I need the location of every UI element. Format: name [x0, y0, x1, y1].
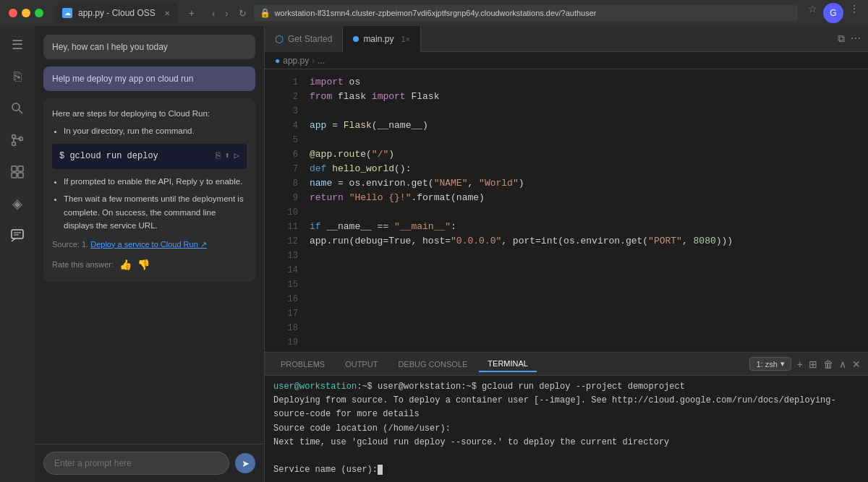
tab-title: app.py - Cloud OSS	[78, 8, 156, 18]
tab-main-py[interactable]: main.py 1×	[343, 26, 421, 52]
search-icon[interactable]	[4, 95, 30, 121]
sidebar-toggle-icon[interactable]: ☰	[4, 32, 30, 58]
url-bar[interactable]: 🔒 workstation-lf31smn4.cluster-zpbeimon7…	[254, 5, 798, 21]
response-steps: In your directory, run the command.	[52, 124, 247, 137]
code-line: 3	[265, 104, 868, 119]
tab-terminal[interactable]: TERMINAL	[479, 356, 537, 372]
close-panel-icon[interactable]: ✕	[852, 358, 861, 370]
code-line: 10	[265, 205, 868, 220]
svg-rect-8	[12, 173, 17, 178]
tab-close-icon[interactable]: 1×	[401, 35, 410, 43]
shell-label: 1: zsh	[756, 360, 777, 369]
code-editor[interactable]: 1import os2from flask import Flask3 4app…	[265, 69, 868, 352]
extensions-icon[interactable]	[4, 159, 30, 185]
svg-line-1	[19, 110, 22, 113]
tab-problems[interactable]: PROBLEMS	[272, 357, 333, 371]
breadcrumb: ● app.py › ...	[265, 52, 868, 69]
user-message: Help me deploy my app on cloud run	[43, 66, 255, 91]
code-line: 18	[265, 321, 868, 335]
thumbs-down-icon[interactable]: 👎	[137, 257, 150, 272]
chat-icon[interactable]	[4, 223, 30, 249]
more-actions-icon[interactable]: ⋯	[851, 33, 861, 45]
source-link[interactable]: Deploy a service to Cloud Run ↗	[90, 240, 207, 249]
copy-icon[interactable]: ⎘	[216, 150, 221, 163]
reload-button[interactable]: ↻	[236, 7, 250, 20]
code-line: 8 name = os.environ.get("NAME", "World")	[265, 176, 868, 191]
code-line: 15	[265, 277, 868, 292]
terminal-content: user@workstation:~$ user@workstation:~$ …	[265, 376, 868, 482]
response-title: Here are steps for deploying to Cloud Ru…	[52, 107, 247, 120]
delete-terminal-icon[interactable]: 🗑	[823, 358, 833, 370]
split-editor-icon[interactable]: ⧉	[838, 33, 845, 45]
terminal-line-2: Deploying from source. To deploy a conta…	[273, 394, 859, 421]
terminal-prompt: :~$	[357, 382, 378, 392]
tab-debug-console[interactable]: DEBUG CONSOLE	[389, 357, 476, 371]
breadcrumb-rest: ...	[318, 56, 325, 66]
step-3: Then wait a few moments until the deploy…	[64, 192, 247, 232]
code-line: 2from flask import Flask	[265, 90, 868, 104]
breadcrumb-sep: ›	[312, 56, 315, 66]
minimize-button[interactable]	[22, 9, 30, 17]
chat-input-area: ➤	[35, 444, 264, 482]
bookmark-icon[interactable]: ☆	[808, 3, 817, 23]
profile-avatar[interactable]: G	[823, 3, 843, 23]
code-line: 1import os	[265, 75, 868, 90]
tab-output[interactable]: OUTPUT	[336, 357, 386, 371]
main-layout: ☰ ⎘ ◈	[0, 26, 868, 482]
code-line: 9 return "Hello {}!".format(name)	[265, 191, 868, 205]
editor-tabs: ⬡ Get Started main.py 1× ⧉ ⋯	[265, 26, 868, 52]
terminal-run-icon[interactable]: ▷	[234, 150, 239, 163]
code-block-actions: ⎘ ⬆ ▷	[216, 150, 239, 163]
terminal-line-4: Next time, use 'gcloud run deploy --sour…	[273, 436, 859, 449]
url-text: workstation-lf31smn4.cluster-zpbeimon7vd…	[275, 9, 597, 17]
svg-point-2	[12, 135, 16, 139]
tab-close-icon[interactable]: ✕	[164, 9, 170, 17]
back-button[interactable]: ‹	[209, 7, 218, 20]
split-terminal-icon[interactable]: ⊞	[809, 358, 817, 370]
insert-icon[interactable]: ⬆	[225, 150, 230, 163]
forward-button[interactable]: ›	[222, 7, 231, 20]
editor-area: ⬡ Get Started main.py 1× ⧉ ⋯ ● app.py › …	[265, 26, 868, 482]
traffic-lights	[9, 9, 43, 17]
svg-point-3	[12, 142, 16, 146]
maximize-panel-icon[interactable]: ∧	[839, 358, 846, 370]
code-line: 16	[265, 292, 868, 306]
chat-panel: Hey, how can I help you today Help me de…	[35, 26, 265, 482]
tab-main-py-label: main.py	[363, 34, 393, 44]
code-line: 19	[265, 335, 868, 350]
chat-input[interactable]	[43, 452, 229, 475]
source-line: Source: 1. Deploy a service to Cloud Run…	[52, 238, 247, 251]
browser-tab[interactable]: ☁ app.py - Cloud OSS ✕	[55, 3, 177, 23]
maximize-button[interactable]	[35, 9, 43, 17]
chevron-down-icon: ▾	[780, 359, 785, 369]
menu-icon[interactable]: ⋮	[849, 3, 859, 23]
shell-selector[interactable]: 1: zsh ▾	[749, 357, 791, 371]
tab-favicon: ☁	[62, 8, 72, 18]
svg-rect-7	[18, 166, 23, 171]
terminal-line-1: user@workstation:~$ user@workstation:~$ …	[273, 380, 859, 394]
tab-get-started[interactable]: ⬡ Get Started	[265, 26, 343, 52]
terminal-tabs: PROBLEMS OUTPUT DEBUG CONSOLE TERMINAL 1…	[265, 353, 868, 376]
code-line: 4app = Flask(__name__)	[265, 119, 868, 133]
browser-actions: ☆ G ⋮	[808, 3, 859, 23]
nav-bar: ‹ › ↻ 🔒 workstation-lf31smn4.cluster-zpb…	[209, 3, 859, 23]
source-control-icon[interactable]	[4, 127, 30, 153]
send-button[interactable]: ➤	[235, 453, 255, 473]
new-tab-button[interactable]: +	[189, 7, 195, 19]
add-terminal-icon[interactable]: +	[797, 358, 803, 370]
deploy-icon[interactable]: ◈	[4, 191, 30, 217]
thumbs-up-icon[interactable]: 👍	[119, 257, 132, 272]
command-text: $ gcloud run deploy	[59, 150, 158, 163]
code-line: 11if __name__ == "__main__":	[265, 220, 868, 234]
breadcrumb-file: app.py	[283, 56, 309, 66]
explorer-icon[interactable]: ⎘	[4, 64, 30, 90]
terminal-command: user@workstation:~$ gcloud run deploy --…	[378, 382, 685, 392]
terminal-tab-actions: 1: zsh ▾ + ⊞ 🗑 ∧ ✕	[749, 357, 861, 371]
activity-bar: ☰ ⎘ ◈	[0, 26, 35, 482]
rate-line: Rate this answer: 👍 👎	[52, 257, 247, 272]
terminal-user: user@workstation	[273, 382, 357, 392]
code-line: 14	[265, 263, 868, 277]
code-line: 17	[265, 306, 868, 321]
close-button[interactable]	[9, 9, 17, 17]
step-1: In your directory, run the command.	[64, 124, 247, 137]
